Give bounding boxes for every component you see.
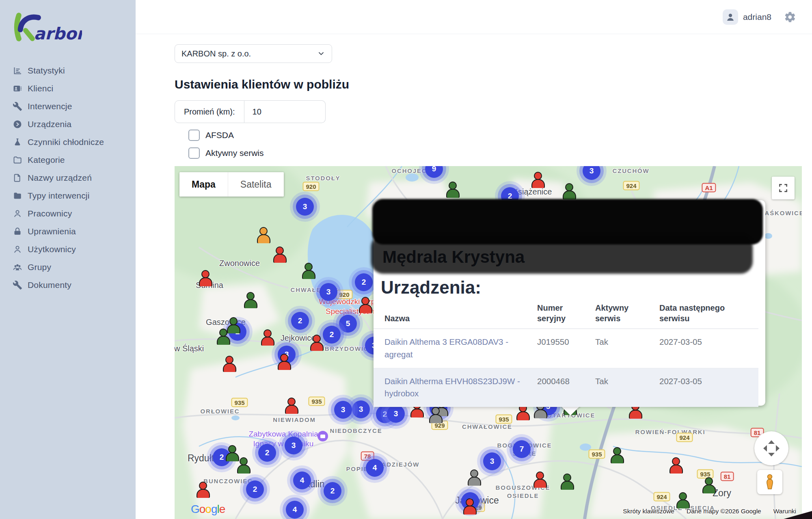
logo-text: arbon: [34, 24, 82, 42]
devices-table: NazwaNumer seryjnyAktywny serwisData nas…: [374, 303, 758, 407]
map-type-map-button[interactable]: Mapa: [179, 172, 228, 197]
sidebar-item-nazwy-urządzeń[interactable]: Nazwy urządzeń: [0, 169, 136, 187]
radius-input[interactable]: [244, 100, 326, 123]
marker-cluster[interactable]: 4: [366, 459, 384, 477]
marker-cluster[interactable]: 2: [258, 444, 276, 462]
terms-link[interactable]: Warunki: [773, 508, 796, 515]
client-marker[interactable]: [309, 335, 324, 351]
client-marker[interactable]: [260, 329, 275, 346]
client-marker[interactable]: [669, 457, 683, 474]
client-marker[interactable]: [198, 270, 213, 286]
keyboard-shortcuts-link[interactable]: Skróty klawiszowe: [623, 508, 674, 515]
map-type-satellite-button[interactable]: Satelita: [228, 172, 284, 197]
marker-cluster[interactable]: 7: [513, 440, 531, 458]
map-label: OCHOJEC: [392, 167, 427, 175]
person-icon: [12, 208, 23, 219]
fullscreen-button[interactable]: [772, 177, 795, 199]
client-marker[interactable]: [467, 469, 482, 486]
client-marker[interactable]: [610, 447, 624, 463]
marker-cluster[interactable]: 5: [339, 315, 357, 333]
client-marker[interactable]: [676, 492, 690, 508]
google-logo[interactable]: Google: [191, 503, 225, 516]
marker-cluster[interactable]: 3: [352, 400, 370, 418]
file-icon: [12, 173, 23, 183]
bar-chart-icon: [12, 65, 23, 76]
sidebar: arbon StatystykiKlienciInterwencjeUrządz…: [0, 0, 136, 519]
pegman-button[interactable]: [757, 470, 782, 494]
wrench-icon: [12, 101, 23, 112]
company-select-value: KARBON sp. z o.o.: [181, 49, 251, 58]
client-marker[interactable]: [301, 263, 316, 279]
marker-cluster[interactable]: 3: [334, 401, 352, 419]
marker-cluster[interactable]: 2: [291, 312, 309, 330]
sidebar-item-statystyki[interactable]: Statystyki: [0, 62, 136, 80]
map-label: STODOŁY: [306, 174, 341, 182]
avatar: [723, 9, 738, 25]
client-marker[interactable]: [236, 457, 251, 474]
sidebar-item-grupy[interactable]: Grupy: [0, 258, 136, 276]
client-marker[interactable]: [243, 292, 258, 308]
client-marker[interactable]: [702, 477, 716, 493]
marker-cluster[interactable]: 2: [246, 480, 264, 498]
wrench-icon: [12, 280, 23, 290]
company-select[interactable]: KARBON sp. z o.o.: [175, 44, 332, 63]
sidebar-item-uprawnienia[interactable]: Uprawnienia: [0, 223, 136, 240]
sidebar-item-label: Urządzenia: [28, 119, 71, 129]
marker-cluster[interactable]: 3: [285, 437, 302, 454]
sidebar-item-klienci[interactable]: Klienci: [0, 80, 136, 97]
sidebar-item-czynniki-chłodnicze[interactable]: Czynniki chłodnicze: [0, 133, 136, 151]
checkbox-row-afsda: AFSDA: [188, 130, 802, 141]
client-marker[interactable]: [562, 183, 577, 199]
id-card-icon: [12, 83, 23, 94]
client-marker[interactable]: [196, 482, 210, 498]
map-label: Zwonowice: [219, 259, 260, 268]
client-marker[interactable]: [445, 182, 460, 198]
sidebar-item-interwencje[interactable]: Interwencje: [0, 97, 136, 115]
marker-cluster[interactable]: 3: [320, 283, 337, 301]
map-label: JAŚKOWICE: [760, 209, 802, 217]
sidebar-item-dokumenty[interactable]: Dokumenty: [0, 276, 136, 294]
afsda-checkbox[interactable]: [188, 130, 200, 141]
client-marker[interactable]: [428, 407, 443, 423]
karbon-logo[interactable]: arbon: [11, 7, 136, 44]
marker-cluster[interactable]: 2: [324, 482, 341, 500]
client-marker[interactable]: [256, 227, 271, 243]
sidebar-item-label: Klienci: [28, 84, 53, 93]
sidebar-item-typy-interwencji[interactable]: Typy interwencji: [0, 187, 136, 205]
device-name-link[interactable]: Daikin Altherma EHVH08S23DJ9W - hydrobox: [374, 368, 537, 407]
client-marker[interactable]: [531, 172, 545, 188]
chevron-down-icon: [317, 50, 325, 58]
map-canvas[interactable]: STODOŁYOCHOJECCZUCHÓWJAŚKOWICEKsiążenice…: [175, 166, 802, 519]
pan-control[interactable]: [754, 431, 788, 465]
client-marker[interactable]: [462, 498, 477, 515]
sidebar-item-pracownicy[interactable]: Pracownicy: [0, 205, 136, 223]
sidebar-item-label: Kategorie: [28, 155, 65, 165]
marker-cluster[interactable]: 2: [323, 326, 341, 344]
sidebar-item-urządzenia[interactable]: Urządzenia: [0, 115, 136, 133]
marker-cluster[interactable]: 3: [387, 405, 405, 423]
marker-cluster[interactable]: 3: [483, 452, 501, 470]
client-marker[interactable]: [358, 297, 373, 313]
client-marker[interactable]: [284, 398, 299, 414]
client-marker[interactable]: [272, 247, 287, 263]
client-marker[interactable]: [560, 474, 574, 490]
sidebar-item-kategorie[interactable]: Kategorie: [0, 151, 136, 169]
client-marker[interactable]: [277, 354, 292, 370]
table-row: Daikin Altherma EHVH08S23DJ9W - hydrobox…: [374, 368, 758, 407]
sidebar-item-użytkownicy[interactable]: Użytkownicy: [0, 240, 136, 258]
marker-cluster[interactable]: 3: [296, 198, 314, 216]
gear-icon[interactable]: [784, 11, 797, 24]
marker-cluster[interactable]: 4: [286, 501, 304, 519]
sidebar-item-label: Grupy: [28, 262, 51, 272]
marker-cluster[interactable]: 2: [355, 273, 373, 291]
client-marker[interactable]: [533, 471, 547, 488]
client-marker[interactable]: [216, 329, 231, 345]
radius-label: Promień (km):: [175, 100, 244, 123]
map-label: ROWIEŃ-FOLWARKI: [635, 428, 706, 436]
marker-cluster[interactable]: 4: [293, 471, 311, 489]
device-name-link[interactable]: Daikin Althema 3 ERGA08DAV3 - agregat: [374, 329, 537, 368]
active-service-checkbox[interactable]: [188, 147, 200, 159]
client-marker[interactable]: [222, 356, 237, 372]
device-cell: J019550: [537, 329, 595, 368]
route-badge: 935: [231, 398, 248, 407]
